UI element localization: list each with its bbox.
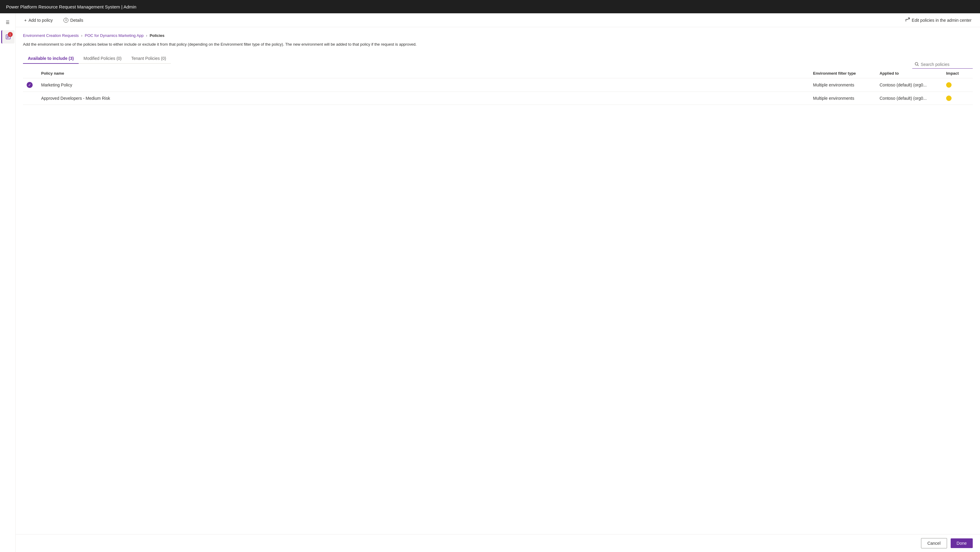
hamburger-button[interactable]: ☰ [1,16,14,29]
col-checkbox [23,69,38,78]
impact-dot [946,82,951,88]
details-button[interactable]: i Details [61,16,86,24]
breadcrumb-sep1: › [81,33,82,38]
breadcrumb-sep2: › [146,33,147,38]
policy-name-cell: Approved Developers - Medium Risk [38,92,810,105]
breadcrumb-step2[interactable]: POC for Dynamics Marketing App [85,33,143,38]
applied-to-cell: Contoso (default) (org0... [876,92,942,105]
row-checkbox[interactable]: ✓ [23,78,38,92]
breadcrumb-step3: Policies [150,33,165,38]
col-policy-name: Policy name [38,69,810,78]
policy-table: Policy name Environment filter type Appl… [23,69,973,105]
cancel-button[interactable]: Cancel [921,538,947,548]
applied-to-cell: Contoso (default) (org0... [876,78,942,92]
edit-policies-label: Edit policies in the admin center [912,18,972,23]
nav-badge: 1 [8,32,13,37]
table-header-row: Policy name Environment filter type Appl… [23,69,973,78]
row-checkbox[interactable] [23,92,38,105]
add-to-policy-button[interactable]: + Add to policy [22,16,55,24]
nav-item-requests[interactable]: 1 [1,30,14,44]
impact-cell [942,78,973,92]
tab-modified[interactable]: Modified Policies (0) [79,54,126,64]
hamburger-icon: ☰ [6,20,10,25]
search-input[interactable] [921,62,970,67]
details-label: Details [70,18,83,23]
table-row[interactable]: ✓Marketing PolicyMultiple environmentsCo… [23,78,973,92]
sidebar: ☰ 1 [0,13,16,552]
page-area: Environment Creation Requests › POC for … [16,27,980,534]
tab-tenant[interactable]: Tenant Policies (0) [126,54,171,64]
selected-check-icon: ✓ [27,82,33,88]
page-description: Add the environment to one of the polici… [23,41,447,48]
footer: Cancel Done [16,534,980,552]
col-filter-type: Environment filter type [810,69,876,78]
filter-type-cell: Multiple environments [810,92,876,105]
toolbar: + Add to policy i Details Edit policies … [16,13,980,27]
svg-point-4 [915,62,918,65]
search-box[interactable] [912,61,973,69]
done-button[interactable]: Done [951,538,973,548]
title-bar: Power Platform Resource Request Manageme… [0,0,980,13]
table-row[interactable]: Approved Developers - Medium RiskMultipl… [23,92,973,105]
svg-line-5 [917,65,919,66]
external-link-icon [905,17,910,23]
breadcrumb-step1[interactable]: Environment Creation Requests [23,33,79,38]
impact-dot [946,95,951,101]
tabs: Available to include (3) Modified Polici… [23,54,171,64]
col-applied-to: Applied to [876,69,942,78]
filter-type-cell: Multiple environments [810,78,876,92]
add-to-policy-label: Add to policy [29,18,52,23]
breadcrumb: Environment Creation Requests › POC for … [23,33,973,38]
col-impact: Impact [942,69,973,78]
edit-policies-button[interactable]: Edit policies in the admin center [903,16,974,24]
plus-icon: + [24,18,27,23]
policy-name-cell: Marketing Policy [38,78,810,92]
impact-cell [942,92,973,105]
tab-available[interactable]: Available to include (3) [23,54,79,64]
app-title: Power Platform Resource Request Manageme… [6,4,137,10]
info-icon: i [64,18,68,23]
search-icon [915,62,919,67]
main-content: + Add to policy i Details Edit policies … [16,13,980,552]
